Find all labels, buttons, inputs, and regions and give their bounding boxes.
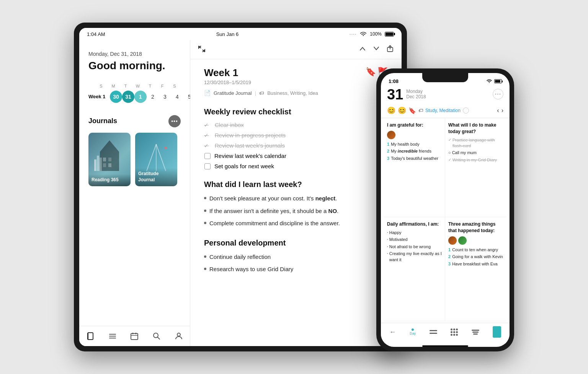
svg-rect-7	[100, 158, 102, 171]
sidebar-greeting: Good morning.	[88, 59, 181, 72]
phone-prev-arrow[interactable]: ‹	[497, 107, 499, 114]
battery-percent: 100%	[370, 31, 382, 37]
journals-title: Journals	[88, 117, 117, 125]
checklist-text-1: Clear inbox	[215, 122, 244, 128]
svg-rect-12	[88, 333, 93, 340]
phone-date-number: 31	[387, 87, 403, 102]
journals-more-button[interactable]: •••	[168, 115, 181, 127]
day-label-s: S	[95, 84, 107, 88]
reading-card-label: Reading 365	[88, 174, 131, 186]
avatar-1	[387, 131, 395, 139]
week-days-header: S M T W T F S	[88, 84, 181, 88]
chevron-down-icon[interactable]	[372, 45, 380, 54]
week-date-3[interactable]: 3	[159, 91, 171, 103]
grateful-title: I am grateful for:	[387, 122, 442, 128]
tag-labels: Business, Writing, Idea	[267, 90, 318, 96]
phone-page-nav[interactable]	[493, 326, 501, 338]
today-title: What will I do to make today great?	[448, 122, 503, 135]
phone-more-dots-icon: ···	[495, 91, 501, 98]
today-item-2: ○ Call my mum	[448, 150, 503, 156]
affirmation-4: • Creating my live exactly as I want it	[387, 251, 442, 263]
week-date-2[interactable]: 2	[147, 91, 159, 103]
svg-rect-4	[108, 163, 111, 167]
toolbar-right	[359, 45, 394, 54]
check-done-icon-3: ✓	[204, 143, 211, 149]
svg-line-22	[158, 337, 160, 340]
checklist-text-2: Review in-progress projects	[215, 132, 286, 138]
checklist-text-5: Set goals for next week	[214, 163, 274, 169]
journals-grid: Reading 365	[88, 133, 181, 186]
phone-back-button[interactable]: ←	[389, 328, 396, 336]
phone-status-right	[486, 78, 502, 84]
chevron-up-icon[interactable]	[359, 45, 366, 54]
gratitude-card-label: GratitudeJournal	[135, 168, 177, 186]
week-date-31[interactable]: 31	[122, 91, 134, 103]
personal-item-1: Continue daily reflection	[204, 253, 388, 262]
svg-line-8	[147, 144, 156, 171]
checkbox-empty-icon-2[interactable]	[204, 163, 211, 169]
expand-icon[interactable]	[198, 45, 206, 54]
learn-section: What did I learn last week? Don't seek p…	[204, 180, 388, 228]
today-item-1: ✓ Practice language with flash-card	[448, 137, 503, 149]
checklist-item-5: Set goals for next week	[204, 163, 388, 169]
journal-card-reading[interactable]: Reading 365	[88, 133, 131, 186]
day-label-m: M	[107, 84, 119, 88]
phone-day-nav[interactable]: Day	[410, 328, 416, 335]
affirmation-1: • Happy	[387, 230, 442, 236]
phone-bottom-nav: ← Day	[381, 323, 510, 344]
check-done-icon: ✓	[204, 122, 211, 128]
phone-tags-row: 😊 😊 🔖 🏷 Study, Meditation ‹ ›	[381, 105, 510, 118]
nav-menu-icon[interactable]	[107, 331, 118, 341]
phone-next-arrow[interactable]: ›	[501, 107, 503, 114]
phone-device: 1:08 31 Monday Dec 2018	[376, 68, 514, 351]
bullet-dot-p2	[204, 268, 206, 270]
bullet-dot-p1	[204, 255, 206, 258]
checklist-heading: Weekly review checklist	[204, 107, 388, 116]
checkbox-empty-icon[interactable]	[204, 153, 211, 159]
phone-screen: 1:08 31 Monday Dec 2018	[381, 73, 510, 347]
phone-tag-labels: Study, Meditation	[425, 108, 461, 113]
phone-layers-nav[interactable]	[472, 330, 479, 335]
day-label-t: T	[119, 84, 132, 88]
grateful-item-3: 3 Today's beautiful weather	[387, 156, 442, 161]
mood-emoji-2: 😊	[398, 106, 406, 115]
personal-section: Personal development Continue daily refl…	[204, 239, 388, 274]
affirmation-2: • Motivated	[387, 237, 442, 242]
nav-person-icon[interactable]	[173, 331, 184, 341]
phone-more-button[interactable]: ···	[493, 89, 503, 99]
nav-journal-icon[interactable]	[85, 331, 96, 341]
amazing-item-1: 1 Count to ten when angry	[448, 247, 503, 253]
day-label: Day	[410, 332, 416, 335]
bookmark-blue-icon[interactable]: 🔖	[366, 67, 376, 77]
week-date-30[interactable]: 30	[110, 91, 122, 103]
avatar-3	[458, 236, 467, 245]
week-label: Week 1	[88, 94, 110, 99]
phone-content-grid: I am grateful for: 1 My health body 2 My…	[381, 118, 510, 323]
check-done-icon-2: ✓	[204, 132, 211, 138]
nav-search-icon[interactable]	[151, 331, 162, 341]
sidebar-bottom-nav	[79, 326, 190, 346]
tablet-status-right: ···· 100%	[350, 31, 394, 37]
checklist-item-4: Review last week's calendar	[204, 153, 388, 159]
grateful-item-1: 1 My health body	[387, 141, 442, 147]
learn-text-1: Don't seek pleasure at your own cost. It…	[209, 194, 337, 203]
week-date-4[interactable]: 4	[171, 91, 183, 103]
phone-grid-nav[interactable]	[451, 328, 458, 336]
phone-notch	[422, 73, 468, 82]
learn-text-3: Complete commitment and discipline is th…	[209, 219, 340, 228]
tablet-content: Monday, Dec 31, 2018 Good morning. S M T…	[79, 40, 402, 346]
week-date-1[interactable]: 1	[134, 91, 147, 103]
tag-separator: |	[255, 90, 256, 96]
phone-two-bar-nav[interactable]	[430, 330, 437, 334]
affirmation-3: • Not afraid to be wrong	[387, 244, 442, 250]
amazing-avatars	[448, 236, 503, 245]
personal-text-1: Continue daily reflection	[209, 253, 271, 262]
circle-empty-icon	[463, 107, 469, 114]
journal-card-gratitude[interactable]: GratitudeJournal	[135, 133, 177, 186]
share-icon[interactable]	[386, 45, 394, 54]
amazing-item-3: 3 Have breakfast with Eva	[448, 261, 503, 267]
week-row: Week 1 30 31 1 2 3 4 5	[88, 91, 181, 103]
layers-icon	[472, 330, 479, 335]
nav-calendar-icon[interactable]	[129, 331, 140, 341]
checklist-item-1: ✓ Clear inbox	[204, 122, 388, 128]
